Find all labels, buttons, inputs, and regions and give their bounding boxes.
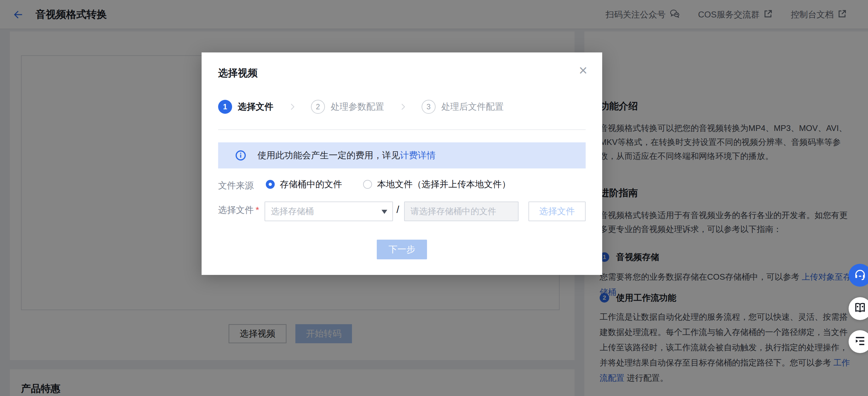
headset-icon xyxy=(854,268,866,282)
next-step-button: 下一步 xyxy=(377,240,427,259)
select-file-row: 选择文件* 选择存储桶 / 选择文件 xyxy=(218,201,586,221)
file-source-label: 文件来源 xyxy=(218,179,254,192)
notice-text-main: 使用此功能会产生一定的费用，详见 xyxy=(257,150,400,160)
chevron-right-icon xyxy=(288,103,296,111)
step-1-label: 选择文件 xyxy=(238,101,273,113)
chevron-right-icon xyxy=(399,103,407,111)
open-book-icon xyxy=(854,302,866,316)
modal-title: 选择视频 xyxy=(218,66,257,80)
browse-file-button[interactable]: 选择文件 xyxy=(528,201,586,221)
radio-bucket-file[interactable]: 存储桶中的文件 xyxy=(266,178,342,190)
file-source-options: 存储桶中的文件 本地文件（选择并上传本地文件） xyxy=(266,178,510,190)
screen: 音视频格式转换 扫码关注公众号 COS服务交流群 xyxy=(0,0,868,396)
stepper: 1 选择文件 2 处理参数配置 3 处理后文件配置 xyxy=(218,99,504,114)
radio-unselected-icon xyxy=(363,180,372,189)
select-file-label: 选择文件* xyxy=(218,204,259,216)
step-3-label: 处理后文件配置 xyxy=(441,101,504,113)
bucket-file-input[interactable] xyxy=(404,201,519,221)
caret-down-icon xyxy=(381,210,387,214)
select-video-modal: 选择视频 × 1 选择文件 2 处理参数配置 3 处理后文件配置 xyxy=(202,53,602,275)
radio-label: 本地文件（选择并上传本地文件） xyxy=(377,178,510,190)
step-2-label: 处理参数配置 xyxy=(331,101,384,113)
radio-local-file[interactable]: 本地文件（选择并上传本地文件） xyxy=(363,178,510,190)
step-2-circle: 2 xyxy=(311,100,325,114)
billing-notice: 使用此功能会产生一定的费用，详见计费详情 xyxy=(218,142,586,168)
close-icon[interactable]: × xyxy=(575,62,591,78)
bucket-select-placeholder: 选择存储桶 xyxy=(271,206,314,217)
file-source-row: 文件来源 存储桶中的文件 本地文件（选择并上传本地文件） xyxy=(218,178,586,192)
divider xyxy=(218,129,586,130)
task-list-icon xyxy=(854,335,866,349)
notice-text: 使用此功能会产生一定的费用，详见计费详情 xyxy=(257,150,436,161)
billing-details-link[interactable]: 计费详情 xyxy=(400,150,436,160)
info-icon xyxy=(235,150,246,161)
path-separator: / xyxy=(397,204,399,216)
radio-label: 存储桶中的文件 xyxy=(280,178,342,190)
bucket-select[interactable]: 选择存储桶 xyxy=(265,201,393,221)
required-mark: * xyxy=(256,205,259,215)
radio-selected-icon xyxy=(266,180,275,189)
step-3-circle: 3 xyxy=(422,100,436,114)
select-file-label-text: 选择文件 xyxy=(218,205,254,215)
step-1-circle: 1 xyxy=(218,100,232,114)
